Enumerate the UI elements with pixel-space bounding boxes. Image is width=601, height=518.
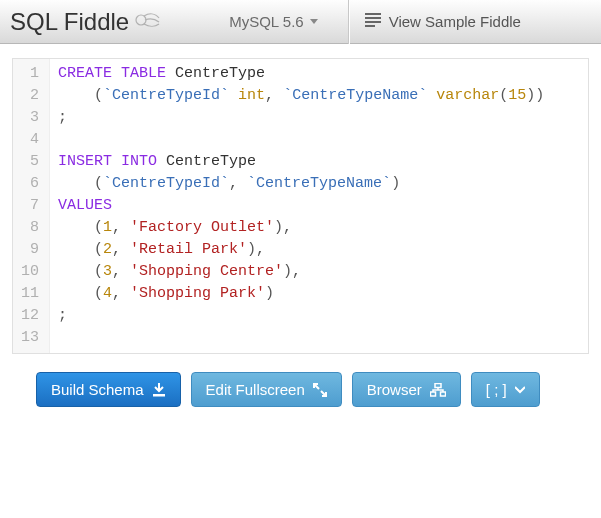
line-gutter: 12345678910111213 [13,59,50,353]
db-selector[interactable]: MySQL 5.6 [217,7,329,36]
tag-icon [135,8,161,36]
browser-button[interactable]: Browser [352,372,461,407]
view-sample-label: View Sample Fiddle [389,13,521,30]
code-line [58,327,580,349]
expand-icon [313,383,327,397]
top-toolbar: SQL Fiddle MySQL 5.6 View Sample Fiddle [0,0,601,44]
edit-fullscreen-button[interactable]: Edit Fullscreen [191,372,342,407]
caret-down-icon [310,19,318,24]
svg-rect-2 [365,17,381,19]
line-number: 4 [21,129,39,151]
chevron-down-icon [515,386,525,394]
toolbar-divider [348,0,349,44]
code-line: (1, 'Factory Outlet'), [58,217,580,239]
line-number: 11 [21,283,39,305]
line-number: 8 [21,217,39,239]
line-number: 5 [21,151,39,173]
code-line: ; [58,305,580,327]
svg-point-0 [136,15,146,25]
terminator-label: [ ; ] [486,381,507,398]
build-schema-label: Build Schema [51,381,144,398]
code-line: (3, 'Shopping Centre'), [58,261,580,283]
svg-rect-8 [440,392,445,396]
code-line: VALUES [58,195,580,217]
terminator-button[interactable]: [ ; ] [471,372,540,407]
code-line: (`CentreTypeId`, `CentreTypeName`) [58,173,580,195]
editor-panel: 12345678910111213 CREATE TABLE CentreTyp… [0,44,601,362]
list-icon [365,13,381,30]
db-selector-label: MySQL 5.6 [229,13,303,30]
code-line [58,129,580,151]
svg-rect-6 [435,383,441,387]
svg-rect-5 [153,394,165,397]
line-number: 3 [21,107,39,129]
line-number: 7 [21,195,39,217]
edit-fullscreen-label: Edit Fullscreen [206,381,305,398]
brand-text: SQL Fiddle [10,8,129,36]
line-number: 6 [21,173,39,195]
code-line: INSERT INTO CentreType [58,151,580,173]
browser-label: Browser [367,381,422,398]
build-schema-button[interactable]: Build Schema [36,372,181,407]
code-line: (`CentreTypeId` int, `CentreTypeName` va… [58,85,580,107]
line-number: 12 [21,305,39,327]
svg-rect-1 [365,13,381,15]
code-line: ; [58,107,580,129]
schema-icon [430,383,446,397]
code-line: CREATE TABLE CentreType [58,63,580,85]
code-line: (4, 'Shopping Park') [58,283,580,305]
svg-rect-3 [365,21,381,23]
line-number: 2 [21,85,39,107]
view-sample-fiddle-button[interactable]: View Sample Fiddle [355,7,531,36]
code-area[interactable]: CREATE TABLE CentreType (`CentreTypeId` … [50,59,588,353]
svg-rect-7 [430,392,435,396]
sql-editor[interactable]: 12345678910111213 CREATE TABLE CentreTyp… [12,58,589,354]
line-number: 1 [21,63,39,85]
code-line: (2, 'Retail Park'), [58,239,580,261]
brand: SQL Fiddle [10,8,161,36]
footer-toolbar: Build Schema Edit Fullscreen Browser [ ;… [0,362,601,421]
line-number: 13 [21,327,39,349]
line-number: 10 [21,261,39,283]
line-number: 9 [21,239,39,261]
download-icon [152,383,166,397]
svg-rect-4 [365,25,375,27]
